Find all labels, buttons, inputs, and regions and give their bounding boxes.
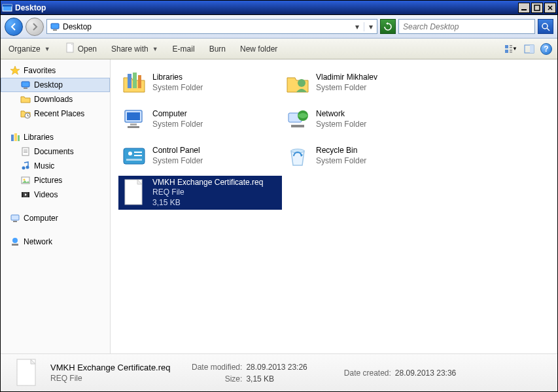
search-box[interactable] (398, 19, 535, 34)
sidebar-item-music[interactable]: Music (1, 159, 110, 173)
details-size-label: Size: (192, 374, 242, 384)
folder-icon (20, 94, 31, 105)
search-button[interactable] (538, 19, 553, 34)
item-name: Computer (152, 109, 203, 120)
sidebar-item-label: Downloads (34, 95, 73, 104)
item-type: System Folder (316, 156, 366, 167)
network-header[interactable]: Network (1, 235, 110, 249)
newfolder-label: New folder (240, 44, 277, 54)
address-dropdown-icon[interactable]: ▾ (353, 22, 361, 31)
details-created-label: Date created: (344, 368, 391, 378)
sidebar-item-downloads[interactable]: Downloads (1, 92, 110, 106)
chevron-down-icon: ▼ (512, 46, 517, 52)
chevron-down-icon: ▼ (152, 46, 158, 52)
organize-label: Organize (9, 44, 41, 54)
details-pane: VMKH Exchange Certificate.req REQ File D… (1, 353, 557, 391)
refresh-button[interactable] (380, 19, 396, 34)
forward-button[interactable] (26, 18, 44, 36)
address-history-dropdown-icon[interactable]: ▾ (364, 22, 374, 31)
svg-rect-22 (11, 135, 14, 141)
share-label: Share with (111, 44, 148, 54)
svg-line-9 (547, 28, 549, 31)
videos-icon (20, 189, 31, 200)
item-type: System Folder (316, 83, 377, 93)
svg-point-30 (26, 166, 29, 169)
sidebar-item-recent[interactable]: Recent Places (1, 106, 110, 121)
libraries-header[interactable]: Libraries (1, 130, 110, 144)
svg-rect-20 (24, 88, 27, 89)
svg-rect-35 (28, 192, 29, 197)
titlebar: Desktop (1, 1, 557, 15)
music-icon (20, 161, 31, 171)
recent-icon (20, 108, 31, 119)
svg-rect-37 (13, 221, 17, 222)
item-type: System Folder (152, 120, 203, 130)
svg-rect-24 (18, 135, 20, 141)
preview-pane-button[interactable] (522, 42, 536, 56)
item-recycle-bin[interactable]: Recycle BinSystem Folder (282, 139, 445, 173)
item-type: REQ File (152, 188, 263, 198)
svg-rect-55 (126, 159, 142, 161)
back-button[interactable] (5, 18, 23, 36)
organize-button[interactable]: Organize▼ (6, 42, 53, 56)
share-button[interactable]: Share with▼ (109, 42, 161, 56)
star-icon (10, 65, 20, 76)
details-size: 3,15 KB (246, 374, 307, 384)
sidebar-item-documents[interactable]: Documents (1, 144, 110, 159)
svg-point-43 (298, 79, 305, 87)
svg-rect-53 (134, 152, 142, 153)
favorites-header[interactable]: Favorites (1, 63, 110, 78)
libraries-icon (120, 69, 148, 97)
libraries-icon (10, 132, 20, 142)
svg-rect-39 (12, 244, 18, 246)
item-name: Libraries (152, 73, 203, 83)
network-label: Network (24, 237, 52, 246)
item-user[interactable]: Vladimir MikhalevSystem Folder (282, 66, 445, 100)
item-type: System Folder (316, 120, 366, 130)
minimize-button[interactable] (518, 3, 530, 13)
desktop-icon (50, 22, 60, 32)
svg-point-38 (12, 238, 18, 243)
file-list[interactable]: LibrariesSystem Folder Vladimir Mikhalev… (111, 59, 557, 353)
item-control-panel[interactable]: Control PanelSystem Folder (118, 139, 282, 173)
svg-rect-7 (53, 29, 57, 31)
sidebar-item-pictures[interactable]: Pictures (1, 173, 110, 188)
sidebar-item-label: Recent Places (34, 109, 84, 118)
svg-rect-2 (521, 9, 527, 10)
help-button[interactable]: ? (540, 43, 552, 55)
close-button[interactable] (544, 3, 556, 13)
change-view-button[interactable]: ▼ (504, 42, 518, 56)
item-req-file[interactable]: VMKH Exchange Certificate.req REQ File 3… (118, 176, 282, 210)
computer-header[interactable]: Computer (1, 211, 110, 225)
svg-rect-14 (505, 50, 508, 53)
search-input[interactable] (399, 22, 534, 31)
item-size: 3,15 KB (152, 198, 263, 208)
svg-rect-6 (51, 24, 59, 29)
address-text: Desktop (63, 22, 351, 31)
burn-button[interactable]: Burn (207, 42, 228, 56)
email-button[interactable]: E-mail (170, 42, 198, 56)
network-icon (10, 237, 20, 247)
new-folder-button[interactable]: New folder (237, 42, 280, 56)
item-network[interactable]: NetworkSystem Folder (282, 103, 445, 137)
sidebar-item-videos[interactable]: Videos (1, 188, 110, 202)
details-name: VMKH Exchange Certificate.req (50, 363, 181, 372)
sidebar-item-desktop[interactable]: Desktop (1, 78, 110, 92)
item-name: Vladimir Mikhalev (316, 73, 377, 83)
address-bar[interactable]: Desktop ▾ ▾ (46, 19, 377, 34)
svg-rect-28 (24, 152, 27, 153)
item-computer[interactable]: ComputerSystem Folder (118, 103, 282, 137)
navigation-pane: Favorites Desktop Downloads Recent Place… (1, 59, 111, 353)
svg-rect-34 (22, 192, 23, 197)
open-button[interactable]: Open (62, 41, 99, 57)
sidebar-item-label: Music (34, 161, 54, 171)
window-icon (2, 3, 12, 13)
favorites-label: Favorites (24, 66, 56, 75)
details-created: 28.09.2013 23:36 (395, 368, 456, 378)
item-libraries[interactable]: LibrariesSystem Folder (118, 66, 282, 100)
svg-rect-23 (14, 133, 17, 141)
maximize-button[interactable] (531, 3, 543, 13)
chevron-down-icon: ▼ (44, 46, 50, 52)
svg-point-8 (542, 24, 548, 29)
svg-rect-41 (133, 73, 137, 88)
